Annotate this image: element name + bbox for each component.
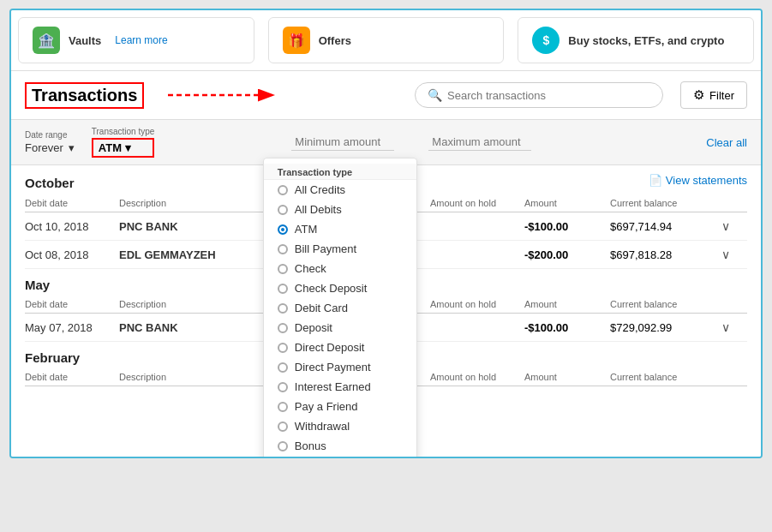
txn-option-label: Direct Deposit bbox=[295, 341, 365, 354]
row-expand-button[interactable]: ∨ bbox=[721, 219, 747, 233]
col-balance: Current balance bbox=[610, 299, 721, 309]
col-description: Description bbox=[119, 198, 273, 208]
max-amount-input[interactable] bbox=[428, 134, 531, 151]
view-statements-october: 📄 View statements bbox=[649, 165, 747, 194]
txn-option-interest-earned[interactable]: Interest Earned bbox=[264, 377, 416, 397]
txn-option-donation[interactable]: Donation bbox=[264, 456, 416, 458]
col-debit-date: Debit date bbox=[25, 198, 119, 208]
stocks-icon: $ bbox=[532, 27, 560, 54]
radio-deposit bbox=[278, 323, 288, 333]
col-description: Description bbox=[119, 299, 273, 309]
filter-label: Filter bbox=[709, 89, 734, 102]
desc-cell: PNC BANK bbox=[119, 220, 273, 233]
col-amount: Amount bbox=[524, 299, 610, 309]
txn-option-deposit[interactable]: Deposit bbox=[264, 318, 416, 338]
radio-atm bbox=[278, 224, 288, 235]
txn-option-bonus[interactable]: Bonus bbox=[264, 436, 416, 456]
txn-option-label: ATM bbox=[295, 223, 317, 236]
row-expand-button[interactable]: ∨ bbox=[721, 320, 747, 334]
amount-cell: -$200.00 bbox=[524, 248, 610, 261]
txn-option-label: Debit Card bbox=[295, 302, 348, 314]
txn-option-label: Pay a Friend bbox=[295, 400, 358, 413]
txn-option-bill-payment[interactable]: Bill Payment bbox=[264, 239, 416, 259]
radio-check-deposit bbox=[278, 284, 288, 294]
date-cell: Oct 08, 2018 bbox=[25, 248, 119, 261]
vaults-banner[interactable]: 🏦 Vaults Learn more bbox=[18, 17, 254, 63]
top-banners: 🏦 Vaults Learn more 🎁 Offers $ Buy stock… bbox=[11, 10, 761, 71]
txn-type-select[interactable]: ATM ▾ bbox=[92, 138, 155, 158]
txn-option-label: Withdrawal bbox=[295, 420, 350, 433]
col-amount: Amount bbox=[524, 198, 610, 208]
filter-bar: Date range Forever ▾ Transaction type AT… bbox=[11, 120, 761, 165]
offers-title: Offers bbox=[319, 34, 351, 47]
col-debit-date: Debit date bbox=[25, 299, 119, 309]
vaults-learn-more[interactable]: Learn more bbox=[115, 34, 167, 46]
col-expand bbox=[721, 198, 747, 208]
col-on-hold: Amount on hold bbox=[430, 372, 524, 382]
radio-all-credits bbox=[278, 185, 288, 195]
txn-option-label: All Debits bbox=[295, 203, 342, 216]
txn-option-atm[interactable]: ATM bbox=[264, 219, 416, 239]
txn-option-debit-card[interactable]: Debit Card bbox=[264, 298, 416, 318]
search-icon: 🔍 bbox=[428, 88, 442, 102]
date-range-group: Date range Forever ▾ bbox=[25, 130, 75, 154]
min-amount-input[interactable] bbox=[291, 134, 394, 151]
search-bar[interactable]: 🔍 bbox=[415, 82, 663, 108]
row-expand-button[interactable]: ∨ bbox=[721, 248, 747, 261]
search-input[interactable] bbox=[447, 89, 636, 102]
col-expand bbox=[721, 299, 747, 309]
date-range-value: Forever bbox=[25, 141, 63, 154]
offers-banner[interactable]: 🎁 Offers bbox=[268, 17, 505, 63]
document-icon: 📄 bbox=[649, 174, 662, 187]
txn-option-label: Interest Earned bbox=[295, 380, 371, 393]
balance-cell: $729,092.99 bbox=[610, 321, 721, 334]
txn-option-direct-payment[interactable]: Direct Payment bbox=[264, 357, 416, 377]
desc-cell: PNC BANK bbox=[119, 321, 273, 334]
txn-option-label: Bonus bbox=[295, 439, 326, 452]
filter-button[interactable]: ⚙ Filter bbox=[680, 81, 747, 109]
radio-check bbox=[278, 264, 288, 274]
txn-option-label: Check bbox=[295, 262, 326, 275]
offers-icon: 🎁 bbox=[283, 27, 310, 54]
txn-option-label: Check Deposit bbox=[295, 282, 368, 295]
chevron-down-icon: ▾ bbox=[69, 141, 75, 154]
txn-type-label: Transaction type bbox=[92, 127, 155, 136]
txn-option-check[interactable]: Check bbox=[264, 259, 416, 278]
txn-type-dropdown: Transaction type All Credits All Debits … bbox=[263, 158, 417, 458]
col-on-hold: Amount on hold bbox=[430, 198, 524, 208]
txn-option-all-credits[interactable]: All Credits bbox=[264, 180, 416, 200]
txn-option-check-deposit[interactable]: Check Deposit bbox=[264, 278, 416, 298]
section-title-october: October bbox=[25, 167, 75, 194]
vaults-title: Vaults bbox=[69, 34, 101, 47]
arrow-annotation bbox=[159, 78, 296, 112]
date-cell: May 07, 2018 bbox=[25, 321, 119, 334]
radio-bill-payment bbox=[278, 244, 288, 254]
txn-dropdown-header: Transaction type bbox=[264, 164, 416, 180]
txn-option-pay-a-friend[interactable]: Pay a Friend bbox=[264, 397, 416, 416]
col-amount: Amount bbox=[524, 372, 610, 382]
chevron-down-icon-txn: ▾ bbox=[125, 141, 131, 154]
txn-option-direct-deposit[interactable]: Direct Deposit bbox=[264, 338, 416, 357]
balance-cell: $697,818.28 bbox=[610, 248, 721, 261]
stocks-banner[interactable]: $ Buy stocks, ETFs, and crypto bbox=[518, 17, 754, 63]
max-amount-group bbox=[428, 134, 531, 151]
page-title: Transactions bbox=[25, 82, 144, 109]
radio-all-debits bbox=[278, 205, 288, 215]
balance-cell: $697,714.94 bbox=[610, 220, 721, 233]
amount-cell: -$100.00 bbox=[524, 321, 610, 334]
txn-option-withdrawal[interactable]: Withdrawal bbox=[264, 416, 416, 436]
date-range-select[interactable]: Forever ▾ bbox=[25, 141, 75, 154]
amount-cell: -$100.00 bbox=[524, 220, 610, 233]
txn-option-all-debits[interactable]: All Debits bbox=[264, 200, 416, 219]
view-statements-link[interactable]: 📄 View statements bbox=[649, 174, 747, 187]
txn-option-label: Direct Payment bbox=[295, 361, 371, 374]
vaults-icon: 🏦 bbox=[33, 27, 60, 54]
txn-option-label: All Credits bbox=[295, 183, 345, 196]
radio-withdrawal bbox=[278, 421, 288, 432]
txn-type-value: ATM bbox=[99, 141, 122, 154]
txn-option-label: Bill Payment bbox=[295, 242, 356, 255]
stocks-title: Buy stocks, ETFs, and crypto bbox=[568, 34, 724, 47]
col-expand bbox=[721, 372, 747, 382]
radio-direct-deposit bbox=[278, 343, 288, 353]
clear-all-link[interactable]: Clear all bbox=[706, 136, 747, 149]
